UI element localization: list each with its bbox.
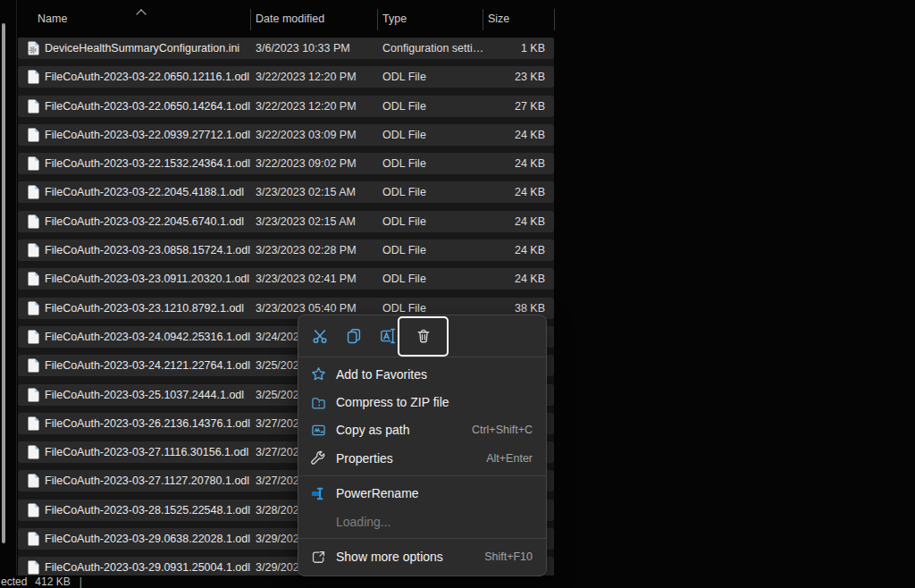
file-name: FileCoAuth-2023-03-22.1532.24364.1.odl xyxy=(45,157,250,170)
file-type: Configuration setti… xyxy=(382,42,483,55)
file-type: ODL File xyxy=(382,71,426,83)
file-type: ODL File xyxy=(382,215,426,228)
odl-file-icon xyxy=(28,532,39,546)
status-bar: ected 412 KB | xyxy=(0,575,915,588)
file-type: ODL File xyxy=(382,100,426,113)
file-name: FileCoAuth-2023-03-24.0942.25316.1.odl xyxy=(45,331,250,343)
file-size: 1 KB xyxy=(521,42,545,55)
column-header-type[interactable]: Type xyxy=(382,13,407,25)
file-date-modified: 3/24/202 xyxy=(256,331,299,343)
file-size: 24 KB xyxy=(515,244,545,256)
context-menu-item[interactable]: Copy as path Ctrl+Shift+C xyxy=(298,416,546,444)
status-divider: | xyxy=(80,575,82,588)
file-size: 24 KB xyxy=(515,215,545,228)
file-type: ODL File xyxy=(382,244,426,256)
menu-divider xyxy=(298,475,546,476)
show-more-icon xyxy=(311,550,326,565)
column-divider[interactable] xyxy=(554,9,555,30)
file-name: FileCoAuth-2023-03-23.0911.20320.1.odl xyxy=(45,273,249,285)
copy-as-path-icon xyxy=(311,423,326,438)
file-row[interactable]: FileCoAuth-2023-03-22.2045.6740.1.odl 3/… xyxy=(18,211,554,232)
odl-file-icon xyxy=(28,272,39,286)
file-type: ODL File xyxy=(382,157,426,170)
pane-divider xyxy=(16,0,17,588)
odl-file-icon xyxy=(28,474,39,488)
file-date-modified: 3/22/2023 12:20 PM xyxy=(256,71,357,83)
odl-file-icon xyxy=(28,445,39,459)
file-name: FileCoAuth-2023-03-22.2045.6740.1.odl xyxy=(45,215,244,228)
menu-divider xyxy=(298,538,546,539)
file-row[interactable]: DeviceHealthSummaryConfiguration.ini 3/6… xyxy=(18,38,554,59)
file-name: FileCoAuth-2023-03-28.1525.22548.1.odl xyxy=(45,504,250,517)
context-menu-item[interactable]: Compress to ZIP file xyxy=(298,388,546,416)
file-date-modified: 3/23/2023 05:40 PM xyxy=(256,302,357,315)
odl-file-icon xyxy=(28,99,39,113)
context-menu-item[interactable]: Properties Alt+Enter xyxy=(298,444,546,472)
file-size: 24 KB xyxy=(515,157,545,170)
copy-icon[interactable] xyxy=(337,319,371,353)
wrench-icon xyxy=(311,450,326,466)
file-row[interactable]: FileCoAuth-2023-03-22.0939.27712.1.odl 3… xyxy=(18,124,554,146)
column-divider[interactable] xyxy=(250,9,251,30)
context-menu-toolbar xyxy=(298,315,546,357)
column-header-size[interactable]: Size xyxy=(488,13,509,25)
file-name: FileCoAuth-2023-03-23.1210.8792.1.odl xyxy=(45,302,244,315)
file-name: FileCoAuth-2023-03-22.2045.4188.1.odl xyxy=(45,186,244,198)
file-date-modified: 3/22/2023 03:09 PM xyxy=(256,129,357,141)
context-menu-item[interactable]: PowerRename xyxy=(298,480,546,508)
context-menu: Add to Favorites Compress to ZIP file Co… xyxy=(298,315,547,576)
column-divider[interactable] xyxy=(483,9,483,30)
file-type: ODL File xyxy=(382,186,426,198)
context-menu-item[interactable]: Show more options Shift+F10 xyxy=(298,542,546,570)
file-date-modified: 3/23/2023 02:15 AM xyxy=(256,186,356,198)
odl-file-icon xyxy=(28,503,39,517)
file-row[interactable]: FileCoAuth-2023-03-22.1532.24364.1.odl 3… xyxy=(18,153,554,174)
odl-file-icon xyxy=(28,214,39,229)
cut-icon[interactable] xyxy=(303,319,337,353)
file-date-modified: 3/6/2023 10:33 PM xyxy=(256,42,350,55)
file-size: 24 KB xyxy=(515,186,545,198)
column-divider[interactable] xyxy=(377,9,378,30)
file-row[interactable]: FileCoAuth-2023-03-23.0911.20320.1.odl 3… xyxy=(18,268,554,290)
column-header-date-modified[interactable]: Date modified xyxy=(256,13,324,25)
odl-file-icon xyxy=(28,560,39,575)
status-size-text: 412 KB xyxy=(35,575,70,588)
odl-file-icon xyxy=(28,358,39,373)
status-selection-text: ected xyxy=(1,575,27,588)
file-date-modified: 3/29/202 xyxy=(256,533,299,545)
odl-file-icon xyxy=(28,301,39,315)
file-date-modified: 3/27/202 xyxy=(256,446,299,458)
file-type: ODL File xyxy=(382,302,426,315)
file-date-modified: 3/25/202 xyxy=(256,389,299,401)
power-rename-icon xyxy=(311,486,326,501)
file-name: DeviceHealthSummaryConfiguration.ini xyxy=(45,42,239,55)
file-name: FileCoAuth-2023-03-22.0650.14264.1.odl xyxy=(45,100,250,113)
odl-file-icon xyxy=(28,70,39,84)
file-type: ODL File xyxy=(382,129,426,141)
delete-focus-ring xyxy=(398,316,449,357)
file-name: FileCoAuth-2023-03-29.0638.22028.1.odl xyxy=(45,533,250,545)
file-explorer-window: Name Date modified Type Size DeviceHealt… xyxy=(0,0,915,588)
left-pane-scrollbar[interactable] xyxy=(2,23,5,543)
file-row[interactable]: FileCoAuth-2023-03-22.2045.4188.1.odl 3/… xyxy=(18,181,554,203)
file-row[interactable]: FileCoAuth-2023-03-22.0650.12116.1.odl 3… xyxy=(18,66,554,88)
file-size: 23 KB xyxy=(515,71,545,83)
file-size: 24 KB xyxy=(515,129,545,141)
file-row[interactable]: FileCoAuth-2023-03-22.0650.14264.1.odl 3… xyxy=(18,96,554,117)
odl-file-icon xyxy=(28,416,39,431)
context-menu-items: Add to Favorites Compress to ZIP file Co… xyxy=(298,357,546,571)
file-name: FileCoAuth-2023-03-22.0939.27712.1.odl xyxy=(45,129,250,141)
context-menu-item[interactable]: Add to Favorites xyxy=(298,360,546,388)
file-date-modified: 3/25/202 xyxy=(256,359,299,372)
file-name: FileCoAuth-2023-03-22.0650.12116.1.odl xyxy=(45,71,249,83)
odl-file-icon xyxy=(28,128,39,142)
column-header-name[interactable]: Name xyxy=(38,13,67,25)
file-row[interactable]: FileCoAuth-2023-03-23.0858.15724.1.odl 3… xyxy=(18,239,554,261)
odl-file-icon xyxy=(28,388,39,402)
file-date-modified: 3/23/2023 02:15 AM xyxy=(256,215,356,228)
file-size: 38 KB xyxy=(515,302,545,315)
delete-icon[interactable] xyxy=(407,319,441,353)
odl-file-icon xyxy=(28,156,39,171)
file-name: FileCoAuth-2023-03-24.2121.22764.1.odl xyxy=(45,359,250,372)
context-menu-item[interactable]: Loading... xyxy=(298,508,546,535)
